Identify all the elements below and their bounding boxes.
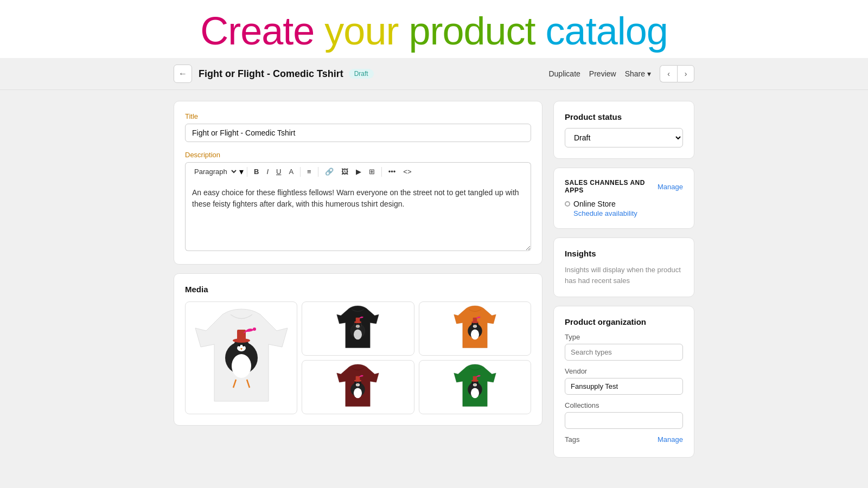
next-button[interactable]: ›: [677, 65, 694, 82]
toolbar-divider4: [381, 167, 382, 177]
type-input[interactable]: [565, 344, 683, 361]
paragraph-select[interactable]: Paragraph: [190, 166, 238, 177]
media-main-image[interactable]: [185, 301, 297, 414]
prev-button[interactable]: ‹: [660, 65, 677, 82]
channel-name-text: Online Store: [573, 200, 616, 208]
insights-text: Insights will display when the product h…: [565, 265, 683, 286]
channel-name: Online Store: [565, 200, 683, 208]
svg-point-6: [238, 344, 240, 346]
tshirt-maroon-svg: [335, 363, 381, 412]
toolbar-actions: Duplicate Preview Share ▾ ‹ ›: [548, 65, 694, 82]
title-input[interactable]: [185, 124, 531, 142]
share-chevron-icon: ▾: [647, 69, 651, 78]
insights-card: Insights Insights will display when the …: [553, 237, 694, 297]
toolbar-divider: [247, 167, 247, 177]
back-button[interactable]: ←: [174, 65, 192, 83]
status-select[interactable]: Draft Active: [565, 128, 683, 147]
product-details-card: Title Description Paragraph ▾ B I U A ≡ …: [174, 101, 542, 265]
tshirt-orange-svg: [452, 304, 498, 353]
vendor-label: Vendor: [565, 367, 683, 375]
product-org-title: Product organization: [565, 317, 683, 326]
header-banner: Create your product catalog: [0, 0, 868, 58]
svg-rect-5: [237, 330, 246, 342]
media-thumb-green[interactable]: [419, 360, 531, 414]
header-word2-text: your: [324, 9, 398, 53]
svg-point-18: [471, 330, 479, 340]
link-button[interactable]: 🔗: [322, 166, 337, 177]
svg-point-31: [356, 382, 358, 383]
nav-group: ‹ ›: [660, 65, 694, 82]
sales-channels-title: SALES CHANNELS AND APPS: [565, 179, 658, 194]
description-label: Description: [185, 151, 531, 159]
insights-title: Insights: [565, 249, 683, 258]
draft-badge: Draft: [349, 69, 374, 79]
svg-point-8: [253, 328, 256, 331]
product-org-card: Product organization Type Vendor Collect…: [553, 306, 694, 458]
tags-header: Tags Manage: [565, 435, 683, 444]
svg-point-26: [354, 388, 362, 399]
share-label: Share: [625, 69, 645, 78]
align-button[interactable]: ≡: [304, 166, 315, 177]
share-button[interactable]: Share ▾: [625, 67, 651, 80]
description-toolbar: Paragraph ▾ B I U A ≡ 🔗 🖼 ▶ ⊞ ••• <>: [185, 162, 531, 181]
code-button[interactable]: <>: [400, 166, 414, 177]
header-word1: Create: [200, 9, 314, 53]
vendor-input[interactable]: [565, 378, 683, 395]
video-button[interactable]: ▶: [353, 166, 365, 177]
media-thumb-maroon[interactable]: [302, 360, 414, 414]
title-label: Title: [185, 112, 531, 120]
more-button[interactable]: •••: [385, 166, 399, 177]
description-textarea[interactable]: An easy choice for these flightless fell…: [185, 181, 531, 251]
product-status-card: Product status Draft Active: [553, 101, 694, 159]
media-grid: [185, 301, 531, 414]
sales-manage-link[interactable]: Manage: [658, 183, 683, 191]
collections-input[interactable]: [565, 412, 683, 429]
right-column: Product status Draft Active SALES CHANNE…: [553, 101, 694, 458]
bold-button[interactable]: B: [251, 166, 262, 177]
table-button[interactable]: ⊞: [366, 166, 378, 177]
main-content: Title Description Paragraph ▾ B I U A ≡ …: [0, 90, 868, 468]
media-thumb-orange[interactable]: [419, 301, 531, 356]
duplicate-button[interactable]: Duplicate: [548, 67, 580, 80]
sales-channels-card: SALES CHANNELS AND APPS Manage Online St…: [553, 168, 694, 229]
image-button[interactable]: 🖼: [338, 166, 352, 177]
channel-status-icon: [565, 201, 570, 207]
svg-point-1: [232, 354, 251, 378]
dropdown-icon: ▾: [239, 166, 244, 177]
tags-manage-link[interactable]: Manage: [658, 435, 683, 444]
svg-point-15: [356, 324, 358, 325]
collections-label: Collections: [565, 401, 683, 409]
underline-button[interactable]: U: [273, 166, 284, 177]
type-label: Type: [565, 333, 683, 341]
toolbar-divider3: [318, 167, 318, 177]
svg-point-34: [471, 388, 479, 399]
tshirt-black-svg: [335, 304, 381, 353]
svg-point-39: [473, 382, 474, 383]
media-card: Media: [174, 273, 542, 426]
svg-point-7: [242, 344, 245, 346]
left-column: Title Description Paragraph ▾ B I U A ≡ …: [174, 101, 542, 426]
color-button[interactable]: A: [285, 166, 297, 177]
header-word3-text: product: [409, 9, 535, 53]
channel-item: Online Store Schedule availability: [565, 200, 683, 217]
svg-point-32: [359, 382, 360, 383]
page-title-text: Fight or Flight - Comedic Tshirt: [199, 68, 343, 80]
svg-point-16: [359, 324, 360, 325]
media-thumb-black[interactable]: [302, 301, 414, 356]
media-title: Media: [185, 285, 531, 294]
preview-button[interactable]: Preview: [589, 67, 616, 80]
tshirt-green-svg: [452, 363, 498, 412]
svg-point-24: [475, 324, 476, 325]
tags-label: Tags: [565, 435, 579, 444]
product-status-title: Product status: [565, 112, 683, 121]
svg-point-23: [473, 324, 474, 325]
sales-channels-header: SALES CHANNELS AND APPS Manage: [565, 179, 683, 194]
toolbar-divider2: [300, 167, 301, 177]
page-title: Fight or Flight - Comedic Tshirt Draft: [199, 68, 542, 80]
italic-button[interactable]: I: [263, 166, 272, 177]
schedule-link[interactable]: Schedule availability: [573, 209, 683, 217]
header-word4-text: catalog: [546, 9, 668, 53]
tshirt-white-svg: [190, 304, 293, 412]
svg-point-40: [475, 382, 476, 383]
svg-point-10: [354, 330, 362, 340]
